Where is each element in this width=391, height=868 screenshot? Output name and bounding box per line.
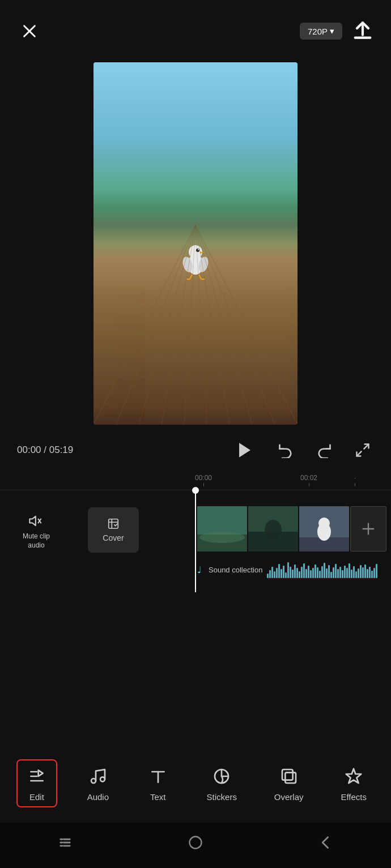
- ruler-mark-0: 00:00: [195, 474, 212, 486]
- svg-point-31: [199, 532, 245, 543]
- timeline-content: Mute clip audio Cover: [0, 496, 391, 598]
- playback-controls: [231, 437, 374, 464]
- video-preview: [94, 62, 298, 425]
- svg-line-14: [139, 225, 196, 425]
- svg-point-38: [318, 518, 330, 529]
- menu-nav-button[interactable]: [51, 828, 79, 857]
- sound-waveform: [267, 561, 380, 578]
- svg-line-17: [196, 225, 207, 425]
- text-tool[interactable]: Text: [139, 760, 177, 806]
- current-time: 00:00: [17, 444, 41, 455]
- edit-label: Edit: [29, 792, 44, 802]
- header-right: 720P ▾: [300, 20, 374, 42]
- svg-point-34: [265, 520, 282, 540]
- svg-line-21: [196, 225, 298, 425]
- ruler-mark-dot: ·: [354, 474, 356, 486]
- timeline-area: 00:00 00:02 · Mute clip audio: [0, 470, 391, 640]
- sound-label: Sound collection: [209, 566, 262, 574]
- svg-rect-49: [282, 769, 293, 780]
- video-frame: [94, 62, 298, 425]
- svg-line-15: [162, 225, 196, 425]
- quality-button[interactable]: 720P ▾: [300, 23, 342, 40]
- quality-label: 720P: [308, 27, 328, 36]
- stickers-label: Stickers: [207, 792, 237, 802]
- edit-icon: [26, 765, 48, 788]
- playback-bar: 00:00 / 05:19: [0, 430, 391, 470]
- svg-line-16: [184, 225, 196, 425]
- time-separator: /: [44, 444, 49, 455]
- svg-point-58: [190, 837, 202, 849]
- timecode: 00:00 / 05:19: [17, 444, 73, 456]
- overlay-tool[interactable]: Overlay: [266, 760, 312, 806]
- playhead: [195, 490, 196, 592]
- redo-button[interactable]: [313, 439, 335, 461]
- ruler-mark-2: 00:02: [300, 474, 317, 486]
- play-button[interactable]: [231, 437, 258, 464]
- home-nav-button[interactable]: [181, 828, 210, 857]
- effects-label: Effects: [341, 792, 367, 802]
- clip-thumb-2[interactable]: [248, 506, 298, 551]
- overlay-label: Overlay: [274, 792, 304, 802]
- mute-clip-label: Mute clip audio: [23, 532, 50, 550]
- add-clip-button[interactable]: [350, 506, 386, 551]
- stickers-tool[interactable]: Stickers: [199, 760, 245, 806]
- svg-line-19: [196, 225, 252, 425]
- header: 720P ▾: [0, 0, 391, 62]
- svg-rect-50: [285, 772, 296, 783]
- text-icon: [147, 765, 169, 788]
- svg-rect-28: [109, 519, 118, 529]
- fullscreen-button[interactable]: [351, 439, 374, 461]
- svg-line-23: [364, 444, 368, 449]
- export-button[interactable]: [351, 20, 374, 42]
- clip-thumb-1[interactable]: [197, 506, 247, 551]
- quality-arrow: ▾: [330, 26, 334, 36]
- effects-tool[interactable]: Effects: [333, 760, 375, 806]
- svg-marker-22: [239, 443, 250, 457]
- clip-thumb-3[interactable]: [299, 506, 349, 551]
- svg-point-45: [100, 777, 105, 781]
- overlay-icon: [278, 765, 300, 788]
- audio-label: Audio: [87, 792, 109, 802]
- edit-tool[interactable]: Edit: [16, 759, 57, 807]
- clip-strip[interactable]: [197, 506, 386, 551]
- text-label: Text: [150, 792, 166, 802]
- svg-line-13: [116, 225, 196, 425]
- svg-marker-51: [346, 768, 362, 783]
- mute-clip-button[interactable]: Mute clip audio: [23, 513, 50, 550]
- back-nav-button[interactable]: [312, 828, 340, 857]
- svg-line-18: [196, 225, 230, 425]
- cover-button[interactable]: Cover: [88, 507, 139, 553]
- sound-icon: ♩: [197, 565, 202, 575]
- svg-line-12: [94, 225, 196, 425]
- audio-tool[interactable]: Audio: [79, 760, 117, 806]
- svg-line-20: [196, 225, 275, 425]
- undo-button[interactable]: [274, 439, 297, 461]
- effects-icon: [342, 765, 365, 788]
- svg-point-44: [91, 779, 96, 783]
- close-button[interactable]: [17, 19, 42, 44]
- audio-icon: [87, 765, 109, 788]
- sound-strip[interactable]: ♩ Sound collection: [197, 557, 390, 582]
- bottom-nav: [0, 823, 391, 868]
- svg-line-24: [357, 451, 362, 456]
- cover-label: Cover: [103, 533, 124, 542]
- stickers-icon: [210, 765, 233, 788]
- bottom-toolbar: Edit Audio Text Stick: [0, 743, 391, 823]
- svg-marker-25: [29, 516, 36, 525]
- total-time: 05:19: [49, 444, 74, 455]
